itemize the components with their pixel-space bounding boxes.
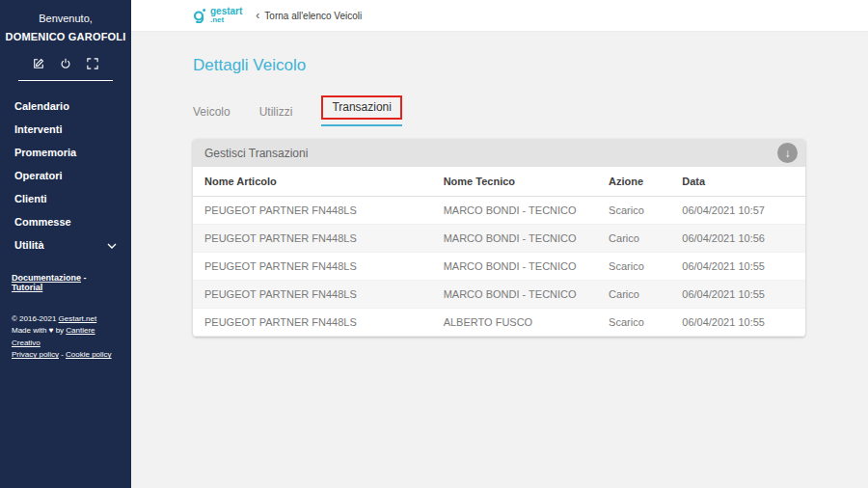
cell-nome-articolo: PEUGEOT PARTNER FN448LS [193,253,432,281]
documentation-link[interactable]: Documentazione [12,273,81,283]
sidebar-item-commesse[interactable]: Commesse [0,210,131,233]
sidebar-item-label: Utilità [14,239,44,251]
main-area: Dettagli Veicolo Veicolo Utilizzi Transa… [131,32,868,488]
back-chevron-icon: ‹ [256,10,259,21]
back-to-vehicles-link[interactable]: ‹ Torna all'elenco Veicoli [256,10,362,21]
cell-azione: Scarico [597,309,670,337]
cell-data: 06/04/2021 10:57 [670,197,805,225]
transactions-card: Gestisci Transazioni ↓ Nome Articolo Nom… [193,139,805,337]
fullscreen-icon[interactable] [87,58,98,69]
sidebar-item-operatori[interactable]: Operatori [0,164,131,187]
sidebar-item-calendario[interactable]: Calendario [0,95,131,118]
policies-line: Privacy policy - Cookie policy [12,349,120,361]
transactions-table: Nome Articolo Nome Tecnico Azione Data P… [193,167,805,337]
column-header-data: Data [670,167,805,197]
cell-nome-tecnico: MARCO BONDI - TECNICO [432,281,597,309]
table-row: PEUGEOT PARTNER FN448LS MARCO BONDI - TE… [193,253,805,281]
download-button[interactable]: ↓ [777,143,798,163]
top-header: gestart .net ‹ Torna all'elenco Veicoli [131,0,868,32]
card-header-title: Gestisci Transazioni [204,147,308,160]
logo-tld: .net [210,16,242,24]
cell-azione: Scarico [597,197,670,225]
cell-data: 06/04/2021 10:55 [670,253,805,281]
tab-label: Transazioni [321,95,402,120]
sidebar-item-label: Commesse [14,216,71,228]
cell-azione: Scarico [597,253,670,281]
table-row: PEUGEOT PARTNER FN448LS MARCO BONDI - TE… [193,197,805,225]
table-head: Nome Articolo Nome Tecnico Azione Data [193,167,805,197]
cell-nome-tecnico: ALBERTO FUSCO [432,309,597,337]
made-with-text: Made with ♥ by [12,326,66,335]
app-window: Benvenuto, DOMENICO GAROFOLI Calendario [0,0,868,488]
sidebar: Benvenuto, DOMENICO GAROFOLI Calendario [0,0,131,488]
cell-nome-articolo: PEUGEOT PARTNER FN448LS [193,197,432,225]
gestart-logo-icon [193,8,206,23]
download-arrow-icon: ↓ [785,147,791,160]
tab-label: Utilizzi [259,105,293,119]
current-user-name: DOMENICO GAROFOLI [0,31,131,42]
table-body: PEUGEOT PARTNER FN448LS MARCO BONDI - TE… [193,197,805,337]
detail-tabs: Veicolo Utilizzi Transazioni [193,95,805,126]
policy-separator: - [59,350,66,359]
sidebar-item-label: Promemoria [14,147,76,158]
sidebar-item-promemoria[interactable]: Promemoria [0,141,131,164]
back-link-label: Torna all'elenco Veicoli [264,11,362,21]
welcome-text: Benvenuto, [0,13,131,24]
sidebar-item-label: Clienti [14,193,47,204]
copyright-line: © 2016-2021 Gestart.net [12,313,120,325]
sidebar-item-clienti[interactable]: Clienti [0,187,131,210]
cell-nome-tecnico: MARCO BONDI - TECNICO [432,225,597,253]
page-title: Dettagli Veicolo [193,56,805,75]
logout-power-icon[interactable] [60,58,71,69]
cell-data: 06/04/2021 10:56 [670,225,805,253]
copyright-text: © 2016-2021 [12,314,59,323]
sidebar-item-label: Operatori [14,170,63,181]
gestart-link[interactable]: Gestart.net [59,314,97,323]
sidebar-action-icons [18,58,113,81]
card-header: Gestisci Transazioni ↓ [193,139,805,167]
table-header-row: Nome Articolo Nome Tecnico Azione Data [193,167,805,197]
cell-azione: Carico [597,281,670,309]
table-row: PEUGEOT PARTNER FN448LS ALBERTO FUSCO Sc… [193,309,805,337]
cookie-policy-link[interactable]: Cookie policy [66,350,112,359]
cell-nome-tecnico: MARCO BONDI - TECNICO [432,253,597,281]
table-row: PEUGEOT PARTNER FN448LS MARCO BONDI - TE… [193,281,805,309]
gestart-logo[interactable]: gestart .net [193,7,242,24]
cell-nome-articolo: PEUGEOT PARTNER FN448LS [193,309,432,337]
tab-label: Veicolo [193,105,231,119]
cell-azione: Carico [597,225,670,253]
table-row: PEUGEOT PARTNER FN448LS MARCO BONDI - TE… [193,225,805,253]
tab-utilizzi[interactable]: Utilizzi [259,105,293,126]
chevron-down-icon [107,239,117,251]
cell-nome-articolo: PEUGEOT PARTNER FN448LS [193,225,432,253]
column-header-azione: Azione [597,167,670,197]
column-header-nome-tecnico: Nome Tecnico [432,167,597,197]
made-with-line: Made with ♥ by Cantiere Creativo [12,325,120,349]
edit-profile-icon[interactable] [33,58,44,69]
tab-transazioni[interactable]: Transazioni [321,95,402,126]
sidebar-item-label: Calendario [14,100,69,112]
sidebar-nav: Calendario Interventi Promemoria Operato… [0,95,131,257]
cell-data: 06/04/2021 10:55 [670,281,805,309]
sidebar-footer: © 2016-2021 Gestart.net Made with ♥ by C… [12,313,120,362]
docs-separator: - [81,273,87,283]
sidebar-item-utilita[interactable]: Utilità [0,233,131,257]
column-header-nome-articolo: Nome Articolo [193,167,432,197]
sidebar-item-interventi[interactable]: Interventi [0,118,131,141]
logo-wordmark: gestart .net [210,7,242,24]
tab-veicolo[interactable]: Veicolo [193,105,231,126]
cell-nome-tecnico: MARCO BONDI - TECNICO [432,197,597,225]
tutorial-link[interactable]: Tutorial [12,283,42,292]
sidebar-item-label: Interventi [14,123,63,135]
cell-data: 06/04/2021 10:55 [670,309,805,337]
privacy-policy-link[interactable]: Privacy policy [12,350,59,359]
cell-nome-articolo: PEUGEOT PARTNER FN448LS [193,281,432,309]
docs-links: Documentazione - Tutorial [12,273,120,292]
